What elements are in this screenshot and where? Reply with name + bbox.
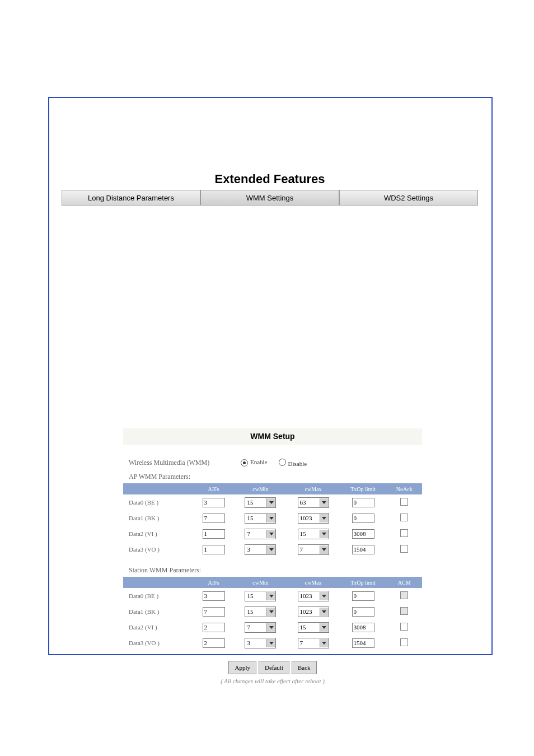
apply-button[interactable]: Apply [228,661,256,674]
chevron-down-icon [320,545,329,554]
chevron-down-icon [266,514,275,522]
chevron-down-icon [320,639,329,647]
row-label: Data2 (VI ) [123,526,193,542]
table-row: Data3 (VO ) 3 7 [123,635,422,651]
th-txop: TxOp limit [340,483,387,494]
cwmax-select[interactable]: 63 [298,497,329,508]
th-blank [123,483,193,494]
noack-checkbox[interactable] [400,529,408,537]
chevron-down-icon [266,592,275,600]
acm-checkbox[interactable] [400,591,408,599]
select-value: 1023 [298,515,320,521]
aifs-input[interactable] [203,529,225,539]
radio-enable[interactable]: Enable [241,459,268,467]
cwmin-select[interactable]: 7 [245,622,276,633]
th-cwmax: cwMax [287,483,340,494]
select-value: 15 [245,515,266,521]
cwmin-select[interactable]: 3 [245,544,276,555]
select-value: 15 [245,592,266,599]
txop-input[interactable] [352,514,374,523]
cwmin-select[interactable]: 15 [245,606,276,617]
wmm-label: Wireless Multimedia (WMM) [129,459,224,467]
cwmin-select[interactable]: 3 [245,638,276,648]
back-button[interactable]: Back [292,661,317,674]
table-header-row: AIFs cwMin cwMax TxOp limit ACM [123,577,422,588]
ap-table: AIFs cwMin cwMax TxOp limit NoAck Data0 … [123,483,422,557]
cwmax-select[interactable]: 1023 [298,513,329,524]
txop-input[interactable] [352,638,374,648]
enable-text: Enable [250,459,268,465]
radio-dot-icon [279,459,286,466]
acm-checkbox[interactable] [400,607,408,615]
select-value: 1023 [298,592,320,599]
table-row: Data0 (BE ) 15 63 [123,494,422,510]
ap-section-label: AP WMM Parameters: [129,473,422,481]
cwmax-select[interactable]: 15 [298,622,329,633]
aifs-input[interactable] [203,514,225,523]
chevron-down-icon [320,530,329,538]
th-acm: ACM [387,577,422,588]
noack-checkbox[interactable] [400,514,408,521]
row-label: Data3 (VO ) [123,635,193,651]
chevron-down-icon [266,623,275,632]
txop-input[interactable] [352,498,374,507]
cwmin-select[interactable]: 15 [245,497,276,508]
select-value: 15 [298,530,320,537]
default-button[interactable]: Default [259,661,289,674]
aifs-input[interactable] [203,545,225,554]
txop-input[interactable] [352,545,374,554]
noack-checkbox[interactable] [400,545,408,553]
select-value: 1023 [298,608,320,615]
aifs-input[interactable] [203,591,225,601]
cwmax-select[interactable]: 7 [298,544,329,555]
cwmax-select[interactable]: 15 [298,529,329,539]
th-cwmax: cwMax [287,577,340,588]
select-value: 3 [245,546,266,553]
select-value: 7 [245,530,266,537]
button-bar: Apply Default Back [123,661,422,674]
content-frame: Extended Features Long Distance Paramete… [48,97,493,655]
txop-input[interactable] [352,529,374,539]
aifs-input[interactable] [203,607,225,617]
panel-title: WMM Setup [123,428,422,445]
select-value: 7 [298,546,320,553]
txop-input[interactable] [352,623,374,632]
chevron-down-icon [266,608,275,616]
th-aifs: AIFs [193,483,235,494]
chevron-down-icon [320,608,329,616]
wmm-panel: WMM Setup Wireless Multimedia (WMM) Enab… [123,428,422,684]
aifs-input[interactable] [203,623,225,632]
select-value: 7 [298,640,320,646]
cwmin-select[interactable]: 15 [245,513,276,524]
tab-wds2-settings[interactable]: WDS2 Settings [339,190,478,206]
extended-features: Extended Features Long Distance Paramete… [62,172,478,206]
th-noack: NoAck [387,483,422,494]
chevron-down-icon [320,498,329,507]
select-value: 15 [245,608,266,615]
noack-checkbox[interactable] [400,498,408,506]
row-label: Data2 (VI ) [123,619,193,635]
txop-input[interactable] [352,607,374,617]
tab-wmm-settings[interactable]: WMM Settings [200,190,339,206]
cwmin-select[interactable]: 15 [245,591,276,601]
table-row: Data0 (BE ) 15 1023 [123,588,422,604]
aifs-input[interactable] [203,498,225,507]
acm-checkbox[interactable] [400,623,408,631]
cwmin-select[interactable]: 7 [245,529,276,539]
cwmax-select[interactable]: 7 [298,638,329,648]
cwmax-select[interactable]: 1023 [298,591,329,601]
acm-checkbox[interactable] [400,638,408,646]
select-value: 15 [298,624,320,631]
radio-disable[interactable]: Disable [279,459,307,467]
row-label: Data1 (BK ) [123,510,193,526]
tab-long-distance[interactable]: Long Distance Parameters [62,190,200,206]
th-cwmin: cwMin [234,577,287,588]
cwmax-select[interactable]: 1023 [298,606,329,617]
table-row: Data1 (BK ) 15 1023 [123,604,422,619]
chevron-down-icon [266,639,275,647]
table-row: Data2 (VI ) 7 15 [123,619,422,635]
aifs-input[interactable] [203,638,225,648]
chevron-down-icon [320,514,329,522]
txop-input[interactable] [352,591,374,601]
th-txop: TxOp limit [340,577,387,588]
